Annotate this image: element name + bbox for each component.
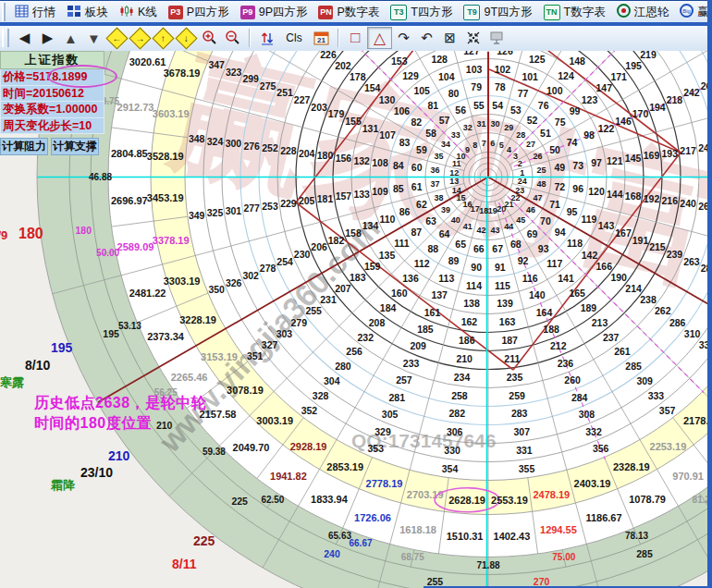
wheel-number: 9 — [465, 145, 470, 154]
menu-item-江恩轮[interactable]: 江恩轮 — [611, 2, 675, 22]
cls-button[interactable]: Cls — [278, 28, 310, 48]
margin-label-225: 225 — [193, 533, 215, 548]
percent-label: 75.00 — [552, 552, 575, 562]
margin-label-霜降: 霜降 — [51, 477, 75, 494]
triangle-tool-icon[interactable]: △ — [367, 27, 392, 49]
margin-label-180: 180 — [18, 226, 43, 242]
calc-support-button[interactable]: 计算支撑 — [51, 138, 99, 155]
diamond-up-icon[interactable]: ↑ — [152, 28, 175, 48]
wheel-number: 84 — [393, 160, 404, 171]
wheel-number: 251 — [276, 87, 293, 98]
wheel-number: 46 — [526, 205, 535, 214]
menu-item-T四方形[interactable]: T3T四方形 — [385, 2, 458, 22]
wheel-number: 58 — [425, 128, 436, 139]
svg-text:Big: Big — [682, 8, 691, 14]
menu-item-板块[interactable]: 板块 — [61, 2, 114, 22]
wheel-number: 31 — [476, 119, 485, 129]
menu-item-行情[interactable]: 行情 — [9, 2, 61, 22]
wheel-number: 159 — [364, 261, 381, 272]
percent-label: 71.88 — [476, 560, 499, 570]
menu-item-9P四方形[interactable]: P99P四方形 — [235, 2, 313, 22]
compress-icon[interactable] — [461, 28, 485, 48]
diamond-right-icon[interactable]: → — [129, 28, 152, 48]
diamond-left-icon[interactable]: ← — [105, 28, 129, 48]
wheel-number: 45 — [516, 215, 525, 225]
index-info-panel: 上证指数 价格=5178.1899 时间=20150612 变换系数=1.000… — [0, 51, 104, 155]
sort-updown-icon[interactable] — [255, 28, 278, 48]
price-label-outer: 2373.34 — [147, 331, 185, 342]
arrow-right-icon[interactable]: ▶ — [36, 28, 59, 48]
right-scroll-strip[interactable] — [707, 0, 712, 588]
price-label-inner: 3228.19 — [179, 314, 216, 325]
rotate-cw-icon[interactable]: ↷ — [392, 28, 415, 48]
flag-down-icon[interactable]: ▼ — [82, 28, 105, 48]
calendar-icon[interactable]: 21 — [310, 28, 333, 48]
menu-item-赢家轮[interactable]: Big赢家轮 — [674, 2, 712, 22]
menu-item-9T四方形[interactable]: T99T四方形 — [458, 2, 537, 22]
wheel-number: 227 — [294, 94, 311, 105]
price-label-outer: 2804.85 — [111, 148, 148, 159]
diamond-up-icon: ↑ — [152, 27, 174, 49]
zoom-out-icon[interactable] — [221, 28, 244, 48]
menu-item-T数字表[interactable]: TNT数字表 — [538, 2, 611, 22]
wheel-number: 177 — [380, 51, 397, 52]
wheel-number: 63 — [425, 215, 436, 227]
wheel-number: 124 — [558, 70, 574, 81]
arrow-left-icon[interactable]: ◀ — [13, 28, 36, 48]
diamond-down-icon[interactable]: ↓ — [175, 28, 198, 48]
menu-item-label: 行情 — [32, 5, 55, 20]
wheel-number: 286 — [669, 317, 686, 328]
boxx-icon[interactable]: ⊠ — [438, 28, 461, 48]
wheel-number: 24 — [518, 177, 527, 186]
toolbar-drag-handle[interactable] — [2, 3, 6, 21]
wheel-number: 141 — [558, 273, 574, 284]
wheel-number: 35 — [434, 152, 443, 161]
wheel-number: 75 — [555, 116, 566, 128]
wheel-number: 178 — [350, 71, 366, 82]
degree-label: 240 — [324, 548, 340, 559]
wheel-number: 34 — [441, 140, 450, 149]
percent-label: 46.88 — [89, 172, 112, 182]
wheel-number: 119 — [582, 214, 597, 225]
wheel-number: 210 — [456, 353, 473, 364]
wheel-number: 90 — [471, 262, 482, 273]
grid-icon — [15, 5, 29, 20]
menu-item-P数字表[interactable]: PNP数字表 — [313, 2, 385, 22]
wheel-number: 80 — [448, 88, 460, 99]
margin-label-8-10: 8/10 — [25, 358, 50, 373]
rotate-ccw-icon[interactable]: ↶ — [415, 28, 438, 48]
percent-label: 59.38 — [203, 447, 226, 457]
wheel-number: 307 — [514, 426, 531, 437]
margin-label-210: 210 — [108, 448, 129, 463]
rect-tool-icon[interactable]: □ — [344, 28, 367, 48]
zoom-in-icon[interactable] — [198, 28, 221, 48]
wheel-number: 37 — [430, 179, 439, 189]
wheel-number: 237 — [603, 332, 620, 343]
price-label-inner: 2853.19 — [326, 461, 363, 472]
menu-item-P四方形[interactable]: P3P四方形 — [163, 2, 235, 22]
wheel-number: 86 — [399, 206, 411, 217]
toolbar-drag-handle[interactable] — [2, 29, 9, 47]
wheel-number: 306 — [447, 426, 463, 437]
menu-item-label: 9T四方形 — [484, 5, 532, 20]
wheel-number: 42 — [476, 226, 485, 235]
wheel-number: 279 — [291, 317, 308, 328]
wheel-number: 283 — [511, 408, 528, 419]
wheel-number: 5 — [499, 141, 504, 150]
wheel-number: 355 — [519, 463, 535, 474]
wheel-number: 215 — [649, 241, 666, 252]
menu-item-K线[interactable]: K线 — [114, 2, 163, 22]
wheel-number: 6 — [490, 139, 495, 148]
wheel-number: 144 — [607, 189, 623, 200]
wheel-number: 60 — [411, 162, 423, 173]
wheel-number: 192 — [644, 193, 660, 204]
degree-label: 210 — [156, 420, 173, 431]
wheel-number: 257 — [396, 374, 412, 386]
podium-icon[interactable] — [485, 28, 508, 48]
wheel-number: 67 — [492, 243, 503, 254]
coef-row: 变换系数=1.00000 — [0, 102, 104, 118]
gann-wheel-icon — [617, 4, 631, 20]
flag-up-icon[interactable]: ▲ — [59, 28, 82, 48]
calc-resistance-button[interactable]: 计算阻力 — [0, 138, 48, 155]
margin-label-195: 195 — [51, 340, 72, 355]
